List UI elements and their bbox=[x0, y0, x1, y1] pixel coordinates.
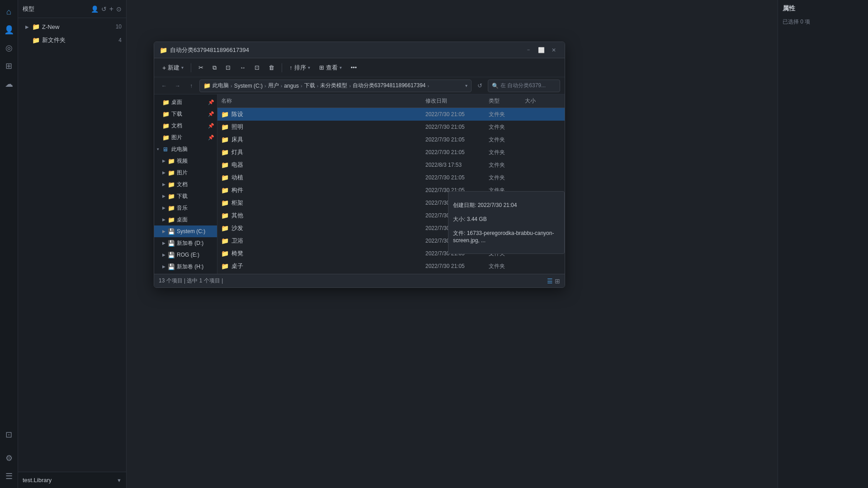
toolbar-view-button[interactable]: ⊞ 查看 ▾ bbox=[316, 62, 345, 74]
table-row[interactable]: 📁 灯具 2022/7/30 21:05 文件夹 bbox=[217, 146, 565, 159]
table-row[interactable]: 📁 照明 2022/7/30 21:05 文件夹 bbox=[217, 121, 565, 133]
file-folder-icon: 📁 bbox=[221, 187, 229, 194]
exp-tree-videos[interactable]: ▶ 📁 视频 bbox=[154, 155, 217, 167]
nav-icon-user[interactable]: 👤 bbox=[1, 22, 17, 38]
window-folder-icon: 📁 bbox=[160, 47, 167, 54]
nav-icon-home[interactable]: ⌂ bbox=[1, 4, 17, 20]
file-folder-icon: 📁 bbox=[221, 199, 229, 206]
tree-item-newfolder[interactable]: ▶ 📁 新文件夹 4 bbox=[18, 33, 126, 47]
new-dropdown-icon: ▾ bbox=[181, 65, 184, 70]
exp-tree-dl2[interactable]: ▶ 📁 下载 bbox=[154, 190, 217, 202]
exp-tree-music[interactable]: ▶ 📁 音乐 bbox=[154, 202, 217, 214]
window-close-button[interactable]: ✕ bbox=[548, 46, 559, 55]
table-row[interactable]: 📁 陈设 2022/7/30 21:05 文件夹 bbox=[217, 108, 565, 121]
toolbar-copy-button[interactable]: ⧉ bbox=[209, 62, 220, 73]
toolbar-new-button[interactable]: + 新建 ▾ bbox=[159, 62, 187, 74]
file-name-text: 床具 bbox=[231, 136, 243, 144]
window-maximize-button[interactable]: ⬜ bbox=[536, 46, 547, 55]
nav-icon-settings[interactable]: ⚙ bbox=[1, 450, 17, 466]
exp-tree-downloads[interactable]: 📁 下载 📌 bbox=[154, 108, 217, 120]
col-header-date[interactable]: 修改日期 bbox=[425, 97, 489, 105]
exp-tree-desktop2[interactable]: ▶ 📁 桌面 bbox=[154, 214, 217, 225]
file-name-text: 构件 bbox=[231, 186, 243, 194]
table-row[interactable]: 📁 动植 2022/7/30 21:05 文件夹 bbox=[217, 171, 565, 184]
exp-tree-docs[interactable]: 📁 文档 📌 bbox=[154, 120, 217, 131]
sort-icon: ↑ bbox=[289, 64, 292, 71]
nav-icon-menu[interactable]: ☰ bbox=[1, 468, 17, 484]
nav-up-button[interactable]: ↑ bbox=[186, 80, 197, 91]
search-icon: 🔍 bbox=[492, 83, 499, 89]
address-path[interactable]: 📁 此电脑 › System (C:) › 用户 › angus › 下载 › … bbox=[199, 80, 472, 92]
col-header-name[interactable]: 名称 bbox=[221, 97, 425, 105]
file-type: 文件夹 bbox=[489, 212, 525, 220]
nav-forward-button[interactable]: → bbox=[172, 80, 183, 91]
status-text: 13 个项目 | 选中 1 个项目 | bbox=[159, 277, 547, 285]
library-selector[interactable]: test.Library ▼ bbox=[18, 472, 126, 488]
search-box[interactable]: 🔍 在 自动分类6379... bbox=[488, 80, 560, 92]
copy2-icon: ⊡ bbox=[255, 64, 259, 71]
path-c: System (C:) bbox=[234, 83, 263, 89]
toolbar-share-button[interactable]: ↔ bbox=[236, 62, 249, 73]
table-row[interactable]: 📁 构件 2022/7/30 21:05 文件夹 bbox=[217, 184, 565, 197]
nav-icon-cloud[interactable]: ☁ bbox=[1, 76, 17, 92]
table-row[interactable]: 📁 电器 2022/8/3 17:53 文件夹 bbox=[217, 159, 565, 171]
file-type: 文件夹 bbox=[489, 161, 525, 169]
more-icon: ••• bbox=[351, 64, 357, 71]
address-refresh-button[interactable]: ↺ bbox=[474, 80, 485, 91]
library-name: test.Library bbox=[23, 477, 117, 483]
toolbar-more-button[interactable]: ••• bbox=[347, 62, 361, 73]
exp-tree-mypc[interactable]: ▾ 🖥 此电脑 bbox=[154, 143, 217, 155]
table-row[interactable]: 📁 椅凳 2022/7/30 21:05 文件夹 bbox=[217, 247, 565, 260]
exp-tree-pictures[interactable]: 📁 图片 📌 bbox=[154, 131, 217, 143]
panel-icon-add[interactable]: + bbox=[109, 5, 113, 13]
toolbar-delete-button[interactable]: 🗑 bbox=[265, 62, 278, 73]
table-row[interactable]: 📁 沙发 2022/7/30 21:05 文件夹 bbox=[217, 222, 565, 235]
file-date: 2022/7/30 21:05 bbox=[425, 136, 489, 143]
exp-tree-drived[interactable]: ▶ 💾 新加卷 (D:) bbox=[154, 237, 217, 249]
col-header-type[interactable]: 类型 bbox=[489, 97, 525, 105]
exp-tree-docs2[interactable]: ▶ 📁 文档 bbox=[154, 178, 217, 190]
nav-icon-circle[interactable]: ◎ bbox=[1, 40, 17, 56]
toolbar-copy2-button[interactable]: ⊡ bbox=[251, 62, 263, 73]
file-name-text: 沙发 bbox=[231, 224, 243, 232]
panel-icon-refresh[interactable]: ↺ bbox=[101, 5, 107, 13]
toolbar-cut-button[interactable]: ✂ bbox=[195, 62, 207, 73]
window-minimize-button[interactable]: － bbox=[523, 46, 534, 55]
table-row[interactable]: 📁 其他 2022/7/30 21:05 文件夹 bbox=[217, 209, 565, 222]
exp-folder-downloads-icon: 📁 bbox=[162, 111, 170, 117]
path-pc: 此电脑 bbox=[212, 82, 229, 89]
file-type: 文件夹 bbox=[489, 263, 525, 270]
list-view-button[interactable]: ☰ bbox=[547, 277, 553, 285]
file-date: 2022/7/30 21:05 bbox=[425, 124, 489, 130]
panel-icon-dots[interactable]: ⊙ bbox=[116, 5, 122, 13]
grid-view-button[interactable]: ⊞ bbox=[555, 277, 560, 285]
file-name-text: 动植 bbox=[231, 174, 243, 182]
panel-icon-person[interactable]: 👤 bbox=[91, 5, 99, 13]
file-type: 文件夹 bbox=[489, 123, 525, 131]
file-date: 2022/7/30 21:05 bbox=[425, 212, 489, 219]
nav-icon-grid[interactable]: ⊞ bbox=[1, 58, 17, 74]
file-type: 文件夹 bbox=[489, 187, 525, 194]
file-name-text: 电器 bbox=[231, 161, 243, 169]
share-icon: ↔ bbox=[240, 64, 245, 71]
exp-tree-pics[interactable]: ▶ 📁 图片 bbox=[154, 167, 217, 178]
table-row[interactable]: 📁 柜架 2022/7/30 21:05 文件夹 bbox=[217, 197, 565, 209]
table-row[interactable]: 📁 床具 2022/7/30 21:05 文件夹 bbox=[217, 133, 565, 146]
file-type: 文件夹 bbox=[489, 225, 525, 232]
table-row[interactable]: 📁 桌子 2022/7/30 21:05 文件夹 bbox=[217, 260, 565, 272]
exp-tree-drivee[interactable]: ▶ 💾 ROG (E:) bbox=[154, 249, 217, 261]
nav-back-button[interactable]: ← bbox=[159, 80, 170, 91]
exp-tree-systemc[interactable]: ▶ 💾 System (C:) bbox=[154, 225, 217, 237]
toolbar-paste-button[interactable]: ⊡ bbox=[222, 62, 234, 73]
table-row[interactable]: 📁 卫浴 2022/7/30 21:05 文件夹 bbox=[217, 235, 565, 247]
new-icon: + bbox=[162, 64, 166, 71]
col-header-size[interactable]: 大小 bbox=[525, 97, 561, 105]
exp-tree-driveh[interactable]: ▶ 💾 新加卷 (H:) bbox=[154, 261, 217, 272]
tree-item-znew[interactable]: ▶ 📁 Z-New 10 bbox=[18, 20, 126, 33]
nav-icon-layers[interactable]: ⊡ bbox=[1, 427, 17, 443]
toolbar-sort-button[interactable]: ↑ 排序 ▾ bbox=[286, 62, 314, 74]
explorer-window: 📁 自动分类63794811896617394 － ⬜ ✕ + 新建 ▾ ✂ ⧉… bbox=[154, 42, 565, 288]
exp-drive-c-icon: 💾 bbox=[168, 228, 175, 235]
exp-tree-desktop[interactable]: 📁 桌面 📌 bbox=[154, 96, 217, 108]
path-unclassified: 未分类模型 bbox=[320, 82, 347, 89]
